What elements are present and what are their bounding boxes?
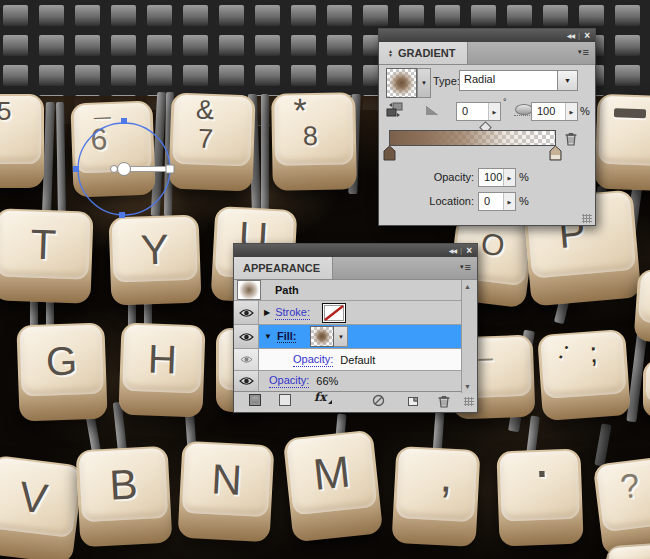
delete-stop-trash-icon[interactable] (564, 131, 578, 146)
annotator-handle-top[interactable] (121, 118, 127, 124)
key-M-glyph: M (311, 450, 352, 498)
close-icon[interactable]: × (584, 31, 590, 41)
opacity-value: 66% (316, 375, 338, 387)
gradient-stop-left[interactable] (383, 145, 396, 161)
collapse-to-icons-button[interactable]: ◀◀ (567, 32, 574, 39)
key-semicolon[interactable]: : ; (537, 329, 631, 421)
key-Y[interactable]: Y (108, 214, 201, 305)
angle-input[interactable]: 0 ▶ (456, 102, 501, 121)
fill-link[interactable]: Fill: (277, 330, 297, 343)
delete-item-trash-button[interactable] (437, 394, 451, 408)
key-partial[interactable] (643, 360, 650, 418)
close-icon[interactable]: × (466, 246, 472, 256)
stroke-visibility-toggle[interactable] (234, 301, 259, 324)
gradient-annotator[interactable] (70, 115, 182, 225)
key-V[interactable]: V (0, 455, 84, 559)
appearance-row-opacity[interactable]: Opacity: 66% (234, 371, 477, 392)
tab-gradient[interactable]: ▲▼ GRADIENT (379, 42, 468, 64)
panel-menu-icon[interactable]: ▾≡ (460, 261, 471, 273)
stepper-icon[interactable]: ▶ (503, 169, 515, 186)
panel-menu-icon[interactable]: ▾≡ (578, 46, 589, 58)
fill-opacity-link[interactable]: Opacity: (293, 353, 333, 367)
eye-icon (239, 376, 254, 386)
location-label: Location: (412, 195, 474, 207)
appearance-row-stroke[interactable]: ▶ Stroke: (234, 301, 477, 325)
expand-arrow-icon[interactable]: ▶ (264, 308, 270, 317)
fill-opacity-value: Default (340, 354, 375, 366)
reverse-gradient-icon[interactable] (386, 102, 404, 118)
duplicate-item-button[interactable] (406, 394, 420, 407)
lever (261, 94, 269, 216)
annotator-handle-bottom[interactable] (119, 212, 125, 218)
panel-resize-grip[interactable] (582, 214, 592, 223)
fill-gradient-swatch[interactable] (310, 326, 334, 347)
eye-icon (240, 355, 253, 364)
key-comma[interactable]: , (392, 446, 481, 547)
panel-resize-grip[interactable] (464, 397, 474, 406)
scroll-down-icon[interactable]: ▼ (464, 383, 471, 390)
gradient-stop-right[interactable] (549, 145, 562, 161)
clear-appearance-button[interactable] (372, 394, 385, 407)
key-H[interactable]: H (118, 323, 205, 418)
appearance-scrollbar[interactable]: ▲ ▼ (461, 280, 477, 393)
appearance-row-fill-selected[interactable]: ▼ Fill: ▼ (234, 325, 477, 349)
add-new-fill-button[interactable] (279, 394, 291, 406)
path-thumbnail (237, 280, 261, 300)
collapse-to-icons-button[interactable]: ◀◀ (449, 247, 456, 254)
key-N[interactable]: N (178, 441, 275, 543)
annotator-origin[interactable] (118, 163, 131, 176)
add-new-stroke-button[interactable] (249, 394, 261, 406)
fill-swatch-dropdown[interactable]: ▼ (334, 326, 348, 347)
key-B[interactable]: B (76, 446, 173, 548)
gradient-panel-titlebar: ◀◀ | × (379, 29, 595, 42)
key-5[interactable]: 5 (0, 94, 44, 188)
angle-icon (426, 106, 438, 115)
add-new-effect-button[interactable]: fx (314, 390, 326, 404)
key-G[interactable]: G (16, 322, 107, 421)
opacity-input[interactable]: 100 ▶ (478, 168, 516, 187)
key-question[interactable]: ? (593, 456, 650, 557)
aspect-ratio-input[interactable]: 100 ▶ (531, 102, 578, 121)
appearance-row-fill-opacity[interactable]: Opacity: Default (234, 349, 477, 371)
key-period-glyph: . (533, 451, 551, 487)
annotator-handle-left[interactable] (73, 166, 79, 172)
gradient-swatch[interactable] (386, 68, 417, 98)
key-M[interactable]: M (283, 430, 383, 543)
tab-appearance[interactable]: APPEARANCE (234, 257, 333, 279)
appearance-footer: fx (234, 392, 477, 409)
appearance-row-path[interactable]: Path (234, 280, 477, 301)
opacity-label: Opacity: (419, 171, 474, 183)
stroke-link[interactable]: Stroke: (275, 306, 310, 320)
gradient-type-dropdown-icon[interactable]: ▼ (557, 70, 578, 91)
appearance-panel-titlebar: ◀◀ | × (234, 244, 477, 257)
scroll-up-icon[interactable]: ▲ (464, 283, 471, 290)
stepper-icon[interactable]: ▶ (565, 103, 577, 120)
path-label: Path (275, 284, 299, 296)
stepper-icon[interactable]: ▶ (503, 193, 515, 210)
location-unit: % (519, 195, 529, 207)
opacity-visibility-toggle[interactable] (234, 371, 259, 391)
collapse-arrow-icon[interactable]: ▼ (264, 332, 272, 341)
annotator-midpoint[interactable] (111, 166, 118, 173)
key-N-glyph: N (210, 458, 243, 502)
key-slot-mark (614, 108, 646, 118)
key-8[interactable]: * 8 (271, 92, 357, 190)
gradient-type-select[interactable]: Radial (459, 70, 566, 91)
stepper-icon[interactable]: ▶ (488, 103, 500, 120)
opacity-link[interactable]: Opacity: (269, 374, 309, 388)
key-H-glyph: H (147, 339, 177, 380)
annotator-end-stop[interactable] (166, 165, 174, 173)
location-input[interactable]: 0 ▶ (478, 192, 516, 211)
key-question-glyph: ? (618, 468, 641, 504)
key-G-glyph: G (45, 340, 78, 381)
stroke-none-swatch[interactable] (322, 303, 346, 323)
eye-icon (239, 308, 254, 318)
gradient-swatch-dropdown[interactable]: ▼ (417, 68, 431, 98)
fill-opacity-visibility-toggle[interactable] (234, 349, 259, 370)
key-7-glyph: 7 (198, 126, 214, 154)
fill-visibility-toggle[interactable] (234, 325, 259, 348)
tab-appearance-label: APPEARANCE (243, 262, 320, 274)
key-period[interactable]: . (496, 449, 583, 547)
gradient-slider-bar[interactable] (389, 130, 556, 146)
key-dash-slot[interactable] (594, 94, 650, 192)
